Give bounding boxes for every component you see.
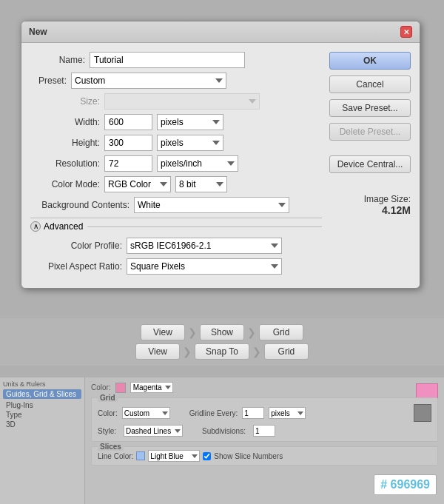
pixelaspect-select[interactable]: Square Pixels: [127, 258, 282, 275]
bgcontents-row: Background Contents: White: [30, 197, 322, 213]
toolbar-row-2: View ❯ Snap To ❯ Grid: [44, 343, 400, 360]
device-central-button[interactable]: Device Central...: [329, 155, 411, 173]
preset-row: Preset: Custom: [30, 73, 322, 89]
dialog-title: New: [29, 27, 47, 37]
main-settings-panel: Color: Magenta Grid Color: Custom Gridli…: [85, 377, 444, 504]
colormode-row: Color Mode: RGB Color 8 bit: [30, 176, 322, 192]
grid-style-row: Style: Dashed Lines Subdivisions:: [98, 425, 431, 437]
name-label: Name:: [30, 55, 90, 65]
sidebar-header: Units & Rulers: [3, 380, 81, 388]
lightblue-swatch: [136, 451, 145, 460]
sidebar-item-3d[interactable]: 3D: [3, 420, 81, 429]
slices-section: Slices Line Color: Light Blue Show Slice…: [91, 446, 438, 466]
arrow-icon-1: ❯: [188, 326, 197, 338]
colorprofile-label: Color Profile:: [30, 241, 127, 251]
show-numbers-checkbox[interactable]: [203, 452, 211, 460]
toolbar-row-1: View ❯ Show ❯ Grid: [44, 324, 400, 340]
pixelaspect-row: Pixel Aspect Ratio: Square Pixels: [30, 258, 322, 275]
height-unit-select[interactable]: pixels: [157, 135, 223, 151]
colorprofile-row: Color Profile: sRGB IEC61966-2.1: [30, 238, 322, 254]
toolbar-area: View ❯ Show ❯ Grid View ❯ Snap To ❯ Grid: [0, 318, 444, 366]
dialog-buttons: OK Cancel Save Preset... Delete Preset..…: [329, 52, 411, 279]
sidebar-active-item[interactable]: Guides, Grid & Slices: [3, 389, 81, 399]
height-row: Height: pixels: [30, 135, 322, 151]
cancel-button[interactable]: Cancel: [329, 75, 411, 93]
gridline-input[interactable]: [242, 407, 264, 419]
width-input[interactable]: [104, 114, 152, 130]
grid-button-1[interactable]: Grid: [259, 324, 303, 340]
line-color-select[interactable]: Light Blue: [148, 450, 200, 462]
color-top-select[interactable]: Magenta: [130, 382, 173, 393]
line-color-label: Line Color:: [98, 452, 133, 460]
sidebar-panel: Units & Rulers Guides, Grid & Slices Plu…: [0, 377, 85, 504]
new-dialog: New ✕ Name: Preset: Custom Size:: [21, 21, 420, 289]
bgcontents-select[interactable]: White: [134, 197, 289, 213]
style-label: Style:: [98, 427, 116, 435]
resolution-row: Resolution: pixels/inch: [30, 155, 322, 172]
grid-color-row: Color: Custom Gridline Every: pixels: [98, 404, 431, 422]
dialog-titlebar: New ✕: [21, 21, 420, 43]
arrow-icon-3: ❯: [183, 346, 192, 357]
slices-section-title: Slices: [98, 443, 124, 451]
color-top-label: Color:: [91, 383, 111, 392]
resolution-input[interactable]: [104, 155, 152, 172]
image-size-value: 4.12M: [329, 204, 411, 216]
image-size-block: Image Size: 4.12M: [329, 194, 411, 216]
arrow-icon-2: ❯: [247, 326, 256, 338]
preset-label: Preset:: [30, 75, 71, 86]
advanced-divider: [87, 226, 322, 227]
advanced-row: ∧ Advanced: [30, 221, 322, 232]
close-button[interactable]: ✕: [400, 26, 412, 38]
pixelaspect-label: Pixel Aspect Ratio:: [30, 261, 127, 272]
subdivisions-label: Subdivisions:: [202, 427, 246, 435]
hex-badge: # 696969: [374, 474, 437, 495]
sidebar-item-plugins[interactable]: Plug-Ins: [3, 400, 81, 410]
resolution-unit-select[interactable]: pixels/inch: [157, 155, 238, 172]
advanced-label: Advanced: [44, 221, 83, 232]
dialog-form: Name: Preset: Custom Size: Width:: [30, 52, 322, 279]
colorprofile-select[interactable]: sRGB IEC61966-2.1: [127, 238, 282, 254]
show-button[interactable]: Show: [200, 324, 244, 340]
grid-color-select[interactable]: Custom: [122, 407, 170, 419]
sidebar-item-type[interactable]: Type: [3, 410, 81, 420]
grid-button-2[interactable]: Grid: [264, 343, 309, 360]
arrow-icon-4: ❯: [252, 346, 261, 357]
advanced-toggle[interactable]: ∧ Advanced: [30, 221, 83, 232]
bgcontents-label: Background Contents:: [30, 200, 134, 210]
view-button-2[interactable]: View: [135, 343, 180, 360]
chevron-up-icon: ∧: [30, 221, 41, 232]
image-size-label: Image Size:: [329, 194, 411, 204]
save-preset-button[interactable]: Save Preset...: [329, 99, 411, 117]
width-label: Width:: [30, 117, 104, 127]
view-button-1[interactable]: View: [141, 324, 185, 340]
ok-button[interactable]: OK: [329, 52, 411, 70]
width-unit-select[interactable]: pixels: [157, 114, 223, 130]
subdivisions-input[interactable]: [253, 425, 275, 437]
magenta-swatch: [115, 383, 126, 393]
height-label: Height:: [30, 138, 104, 148]
grid-section-title: Grid: [98, 394, 118, 402]
show-numbers-label: Show Slice Numbers: [214, 452, 283, 460]
delete-preset-button[interactable]: Delete Preset...: [329, 123, 411, 141]
name-input[interactable]: [90, 52, 245, 68]
grid-section: Grid Color: Custom Gridline Every: pixel…: [91, 397, 438, 442]
gridline-unit-select[interactable]: pixels: [269, 407, 306, 419]
width-row: Width: pixels: [30, 114, 322, 130]
style-select[interactable]: Dashed Lines: [124, 425, 183, 437]
color-row-top: Color: Magenta: [91, 382, 438, 393]
height-input[interactable]: [104, 135, 152, 151]
grid-color-label: Color:: [98, 409, 118, 417]
size-select: [104, 93, 260, 110]
bit-select[interactable]: 8 bit: [175, 176, 227, 192]
bottom-panel: Units & Rulers Guides, Grid & Slices Plu…: [0, 377, 444, 504]
slices-row: Line Color: Light Blue Show Slice Number…: [98, 450, 431, 462]
colormode-select[interactable]: RGB Color: [104, 176, 171, 192]
snapto-button[interactable]: Snap To: [195, 343, 249, 360]
gray-swatch: [414, 404, 431, 422]
name-row: Name:: [30, 52, 322, 68]
gridline-label: Gridline Every:: [189, 409, 238, 417]
resolution-label: Resolution:: [30, 158, 104, 169]
size-row: Size:: [30, 93, 322, 110]
preset-select[interactable]: Custom: [71, 73, 226, 89]
size-label: Size:: [30, 96, 104, 107]
